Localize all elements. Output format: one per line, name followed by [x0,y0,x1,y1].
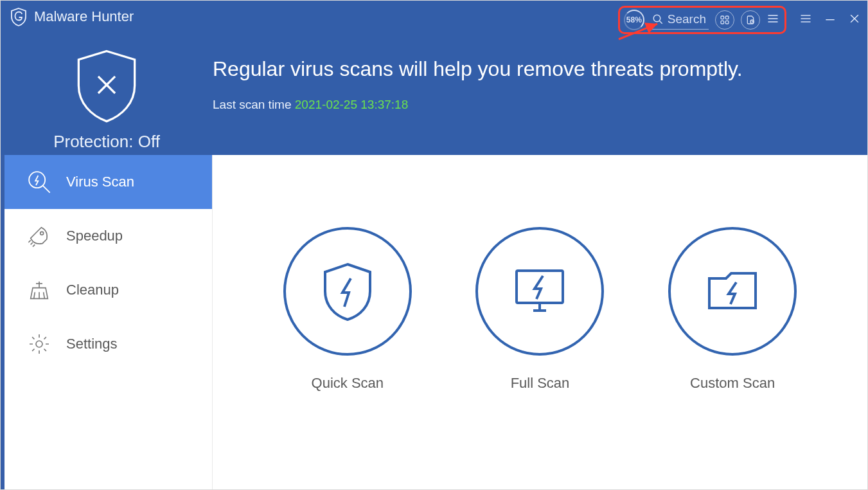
hamburger-icon [799,12,812,25]
last-scan-row: Last scan time 2021-02-25 13:37:18 [213,98,867,112]
scan-label: Quick Scan [312,375,384,392]
svg-line-22 [34,292,35,298]
callout-arrow-icon [616,20,667,48]
svg-rect-4 [721,21,724,24]
document-clock-icon [745,15,756,25]
svg-line-16 [619,24,657,39]
titlebar: Malware Hunter 58% Search [1,1,867,33]
headline-text: Regular virus scans will help you remove… [213,57,867,81]
sidebar-item-label: Speedup [66,228,123,244]
main-menu-button[interactable] [799,12,812,28]
app-title: Malware Hunter [34,8,134,25]
app-window: Malware Hunter 58% Search [0,0,868,490]
svg-point-21 [40,231,44,235]
gear-icon [26,331,52,357]
custom-scan-button[interactable]: Custom Scan [668,227,797,392]
sidebar-item-speedup[interactable]: Speedup [1,209,212,263]
shield-bolt-icon [315,259,380,323]
sidebar-item-settings[interactable]: Settings [1,317,212,371]
toolbar-menu-button[interactable] [766,12,779,28]
minimize-icon [824,12,837,25]
protection-status: Protection: Off [53,132,160,152]
svg-rect-3 [725,16,729,19]
full-scan-button[interactable]: Full Scan [475,227,604,392]
last-scan-time: 2021-02-25 13:37:18 [295,98,408,111]
body: Virus Scan Speedup Cleanup Settings Quic… [1,155,867,489]
svg-point-27 [36,341,42,347]
apps-grid-button[interactable] [715,10,734,30]
minimize-button[interactable] [824,12,837,28]
sidebar-item-cleanup[interactable]: Cleanup [1,263,212,317]
search-placeholder: Search [668,12,706,26]
broom-icon [26,277,52,303]
svg-line-20 [43,186,50,193]
shield-g-icon [8,6,29,27]
main-panel: Quick Scan Full Scan Custom Scan [213,155,867,489]
feedback-button[interactable] [741,10,760,30]
sidebar-item-virus-scan[interactable]: Virus Scan [1,155,212,209]
apps-grid-icon [720,15,730,25]
header: Malware Hunter 58% Search [1,1,867,155]
svg-rect-28 [517,271,563,303]
sidebar-item-label: Cleanup [66,282,119,298]
last-scan-label: Last scan time [213,98,295,111]
svg-line-24 [44,292,45,298]
magnifier-bolt-icon [26,169,52,195]
sidebar: Virus Scan Speedup Cleanup Settings [1,155,213,489]
quick-scan-button[interactable]: Quick Scan [283,227,412,392]
shield-x-icon [71,47,142,124]
svg-rect-2 [721,16,724,19]
close-button[interactable] [848,12,861,28]
svg-point-19 [29,172,45,188]
close-icon [848,12,861,25]
rocket-icon [26,223,52,249]
sidebar-item-label: Settings [66,336,118,352]
svg-rect-5 [725,21,729,24]
app-logo: Malware Hunter [8,6,134,27]
hamburger-icon [766,12,779,25]
scan-label: Full Scan [511,375,570,392]
window-controls [799,12,861,28]
scan-label: Custom Scan [690,375,775,392]
sidebar-item-label: Virus Scan [66,174,134,190]
folder-bolt-icon [700,259,765,323]
monitor-bolt-icon [508,259,572,323]
